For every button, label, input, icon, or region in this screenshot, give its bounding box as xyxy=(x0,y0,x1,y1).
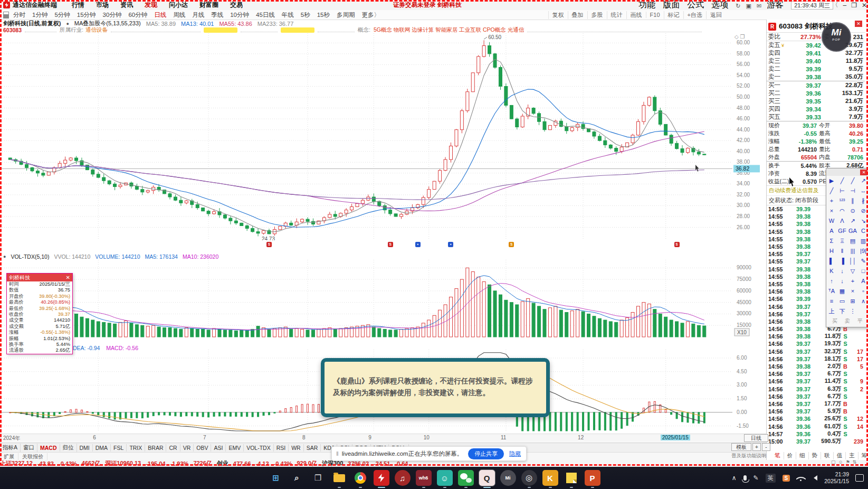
checkbox-icon[interactable]: ▢ xyxy=(831,459,836,465)
menu-item-资讯[interactable]: 资讯 xyxy=(120,1,133,10)
collapse-dot-icon[interactable]: ● xyxy=(3,254,6,259)
mobile-icon[interactable]: ▣ xyxy=(746,3,751,9)
highlight-tag[interactable] xyxy=(204,27,237,33)
draw-tool[interactable]: 下 xyxy=(837,306,847,316)
tab-指标A[interactable]: 指标A xyxy=(0,444,21,452)
draw-tool[interactable]: ⊣ xyxy=(847,186,858,196)
menu-item-市场[interactable]: 市场 xyxy=(96,1,109,10)
sort-icon[interactable]: ⇅ xyxy=(853,459,857,465)
period-5分钟[interactable]: 5分钟 xyxy=(54,11,70,19)
trade-row[interactable]: 14:5639.3625.6万S12 xyxy=(767,415,865,422)
draw-tool[interactable]: ∥ xyxy=(847,196,858,206)
maximize-icon[interactable]: ❐ xyxy=(851,2,857,9)
mic-icon[interactable] xyxy=(743,475,747,481)
notification-icon[interactable] xyxy=(855,474,864,482)
close-icon[interactable]: ✕ xyxy=(862,2,867,9)
yen-icon[interactable]: ¥ xyxy=(781,43,784,48)
tab-窗口[interactable]: 窗口 xyxy=(21,444,37,452)
trade-row[interactable]: 14:5639.376.7万S xyxy=(767,370,865,378)
draw-tool[interactable]: □ xyxy=(858,266,868,276)
event-marker-icon[interactable]: $ xyxy=(674,242,680,247)
event-marker-icon[interactable]: ▪ xyxy=(415,242,421,247)
tab-BRAR[interactable]: BRAR xyxy=(145,444,166,452)
draw-tool[interactable] xyxy=(858,306,868,316)
taskbar-search[interactable]: ⌕ xyxy=(289,470,305,486)
draw-tool[interactable]: ✎ xyxy=(858,256,868,266)
draw-tool[interactable]: ▫ xyxy=(858,286,868,296)
price-chart[interactable]: 60.0058.0056.0054.0052.0050.0048.0046.00… xyxy=(0,33,766,240)
collapse-icon[interactable]: 〈 xyxy=(832,1,838,10)
trade-row[interactable]: 14:5739.360.4万S xyxy=(767,430,865,438)
period-30分钟[interactable]: 30分钟 xyxy=(103,11,122,19)
tab-TRIX[interactable]: TRIX xyxy=(127,444,145,452)
mini-tab-联[interactable]: 联 xyxy=(821,452,834,459)
draw-tool[interactable]: ▤ xyxy=(847,236,858,246)
panel-close-button[interactable]: ✕ xyxy=(855,21,862,27)
taskbar-tdx[interactable] xyxy=(374,470,389,486)
period-10分钟[interactable]: 10分钟 xyxy=(230,11,249,19)
draw-tool[interactable]: ◠ xyxy=(837,206,847,216)
orderbook-row[interactable]: 买三39.3521.6万 xyxy=(767,97,865,105)
menu-item-交易[interactable]: 交易 xyxy=(230,1,243,10)
draw-tool[interactable]: ▥ xyxy=(858,236,868,246)
draw-tool[interactable]: W xyxy=(826,216,837,226)
tool-返回[interactable]: 返回 xyxy=(706,11,726,19)
menu-item-行情[interactable]: 行情 xyxy=(72,1,84,10)
industry-value[interactable]: 通信设备 xyxy=(85,26,108,34)
taskbar-music-app[interactable]: ♫ xyxy=(395,470,411,486)
taskbar-wechat[interactable] xyxy=(458,470,474,486)
mini-tab-值[interactable]: 值 xyxy=(834,452,846,459)
trade-row[interactable]: 14:5639.3711.4万S9 xyxy=(767,378,865,385)
event-marker-icon[interactable]: $ xyxy=(388,242,393,247)
trade-row[interactable]: 14:5639.3661.0万S14 xyxy=(767,422,865,430)
tab-VOL-TDX[interactable]: VOL-TDX xyxy=(244,444,274,452)
period-15分钟[interactable]: 15分钟 xyxy=(77,11,96,19)
close-icon[interactable]: ✕ xyxy=(860,170,867,175)
draw-tool[interactable]: Ξ xyxy=(837,236,847,246)
orderbook-row[interactable]: 买一39.3722.8万 xyxy=(767,81,865,89)
period-日线[interactable]: 日线 xyxy=(154,11,166,19)
orderbook-row[interactable]: 卖二39.399.5万 xyxy=(767,65,865,73)
orderbook-row[interactable]: 卖四39.4132.7万 xyxy=(767,49,865,57)
zoom-out-button[interactable]: - xyxy=(762,443,770,451)
trade-row[interactable]: 14:5639.3717.7万B xyxy=(767,400,865,408)
trade-row[interactable]: 14:5639.3732.3万S17 xyxy=(767,348,865,355)
orderbook-row[interactable]: 卖三39.4011.8万 xyxy=(767,57,865,65)
draw-tool[interactable]: × xyxy=(826,206,837,216)
tab-DMI[interactable]: DMI xyxy=(77,444,93,452)
guest-label[interactable]: 游客 xyxy=(767,0,784,11)
draw-tool[interactable]: + xyxy=(826,196,837,206)
draw-tool[interactable]: ╱ xyxy=(837,176,847,186)
tab-CR[interactable]: CR xyxy=(166,444,180,452)
tool-多股[interactable]: 多股 xyxy=(587,11,607,19)
mini-tab-价[interactable]: 价 xyxy=(784,452,797,459)
menu-item-版面[interactable]: 版面 xyxy=(663,0,680,11)
draw-tool[interactable]: ▌ xyxy=(826,256,837,266)
ime-indicator[interactable]: 英 xyxy=(766,474,776,483)
draw-tool[interactable]: GF xyxy=(837,226,847,236)
tab-ASI[interactable]: ASI xyxy=(211,444,226,452)
period-分时[interactable]: 分时 xyxy=(13,11,25,19)
draw-foot-卖[interactable]: 卖 xyxy=(845,317,850,325)
taskbar-k-app[interactable]: K xyxy=(542,470,558,486)
draw-tool[interactable]: ▐ xyxy=(837,256,847,266)
mail-icon[interactable]: ✉ xyxy=(757,3,761,9)
menu-item-功能[interactable]: 功能 xyxy=(638,0,655,11)
draw-tool[interactable]: ᵀA xyxy=(826,286,837,296)
trade-row[interactable]: 14:5639.3811.8万S xyxy=(767,333,865,340)
vol-indicator-label[interactable]: VOL-TDX(5,10) xyxy=(11,253,49,260)
zoom-in-button[interactable]: + xyxy=(752,443,761,451)
taskbar-chrome[interactable] xyxy=(352,470,368,486)
draw-tool[interactable]: ⊢ xyxy=(837,186,847,196)
orderbook-row[interactable]: 卖一39.3835.0万 xyxy=(767,73,865,81)
menu-item-财富圈[interactable]: 财富圈 xyxy=(199,1,218,10)
tab-DMA[interactable]: DMA xyxy=(93,444,111,452)
draw-tool[interactable]: ▽ xyxy=(847,266,858,276)
tab-EMV[interactable]: EMV xyxy=(226,444,244,452)
tab-WR[interactable]: WR xyxy=(289,444,304,452)
taskbar-start[interactable]: ⊞ xyxy=(268,470,284,486)
period-5秒[interactable]: 5秒 xyxy=(301,11,310,19)
taskbar-chat-app[interactable]: ☺ xyxy=(437,470,453,486)
period-1分钟[interactable]: 1分钟 xyxy=(32,11,47,19)
event-marker-icon[interactable]: ▪ xyxy=(448,242,453,247)
